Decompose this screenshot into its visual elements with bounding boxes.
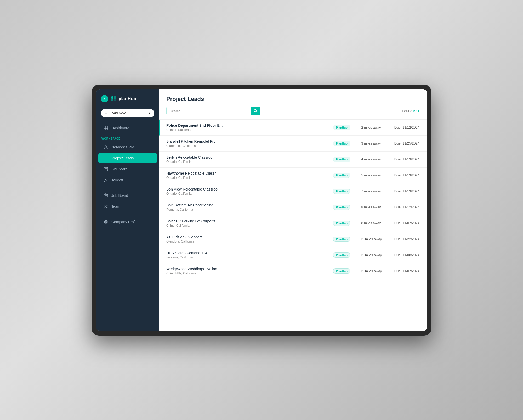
- sidebar: planHub + + Add New ▾ Dashboar: [96, 89, 159, 331]
- nav-divider-2: [101, 214, 154, 214]
- device-screen: planHub + + Add New ▾ Dashboar: [96, 89, 427, 331]
- source-badge: PlanHub: [333, 237, 350, 242]
- project-info: Bon View Relocatable Classroo... Ontario…: [166, 187, 327, 195]
- sidebar-item-project-leads-label: Project Leads: [111, 156, 134, 160]
- add-new-button[interactable]: + + Add New ▾: [101, 109, 154, 117]
- due-date: Due: 11/07/2024: [385, 269, 419, 273]
- found-label: Found: [402, 109, 412, 113]
- back-button[interactable]: [101, 95, 108, 102]
- source-badge: PlanHub: [333, 173, 350, 178]
- distance-text: 4 miles away: [357, 157, 385, 161]
- project-name: Azul Vision - Glendora: [166, 235, 327, 239]
- project-name: UPS Store - Fontana, CA: [166, 251, 327, 255]
- workspace-section-label: WORKSPACE: [96, 134, 159, 142]
- due-date: Due: 11/13/2024: [385, 173, 419, 177]
- dashboard-icon: [104, 126, 108, 130]
- table-row[interactable]: Berlyn Relocatable Classroom ... Ontario…: [159, 152, 427, 168]
- project-location: Claremont, California: [166, 144, 327, 148]
- project-name: Hawthorne Relocatable Classr...: [166, 171, 327, 175]
- distance-text: 11 miles away: [357, 253, 385, 257]
- table-row[interactable]: Wedgewood Weddings - Vellan... Chino Hil…: [159, 263, 427, 279]
- sidebar-header: planHub: [96, 89, 159, 107]
- due-date: Due: 11/12/2024: [385, 205, 419, 209]
- project-info: Split System Air Conditioning ... Pomona…: [166, 203, 327, 211]
- source-badge: PlanHub: [333, 189, 350, 194]
- table-row[interactable]: Solar PV Parking Lot Carports Chino, Cal…: [159, 215, 427, 231]
- sidebar-item-team[interactable]: Team: [98, 201, 157, 212]
- table-row[interactable]: Hawthorne Relocatable Classr... Ontario,…: [159, 168, 427, 183]
- svg-rect-7: [106, 128, 108, 130]
- source-badge: PlanHub: [333, 157, 350, 162]
- source-badge: PlanHub: [333, 252, 350, 258]
- project-name: Solar PV Parking Lot Carports: [166, 219, 327, 223]
- distance-text: 5 miles away: [357, 173, 385, 177]
- project-info: Solar PV Parking Lot Carports Chino, Cal…: [166, 219, 327, 227]
- svg-rect-5: [106, 126, 108, 128]
- project-info: UPS Store - Fontana, CA Fontana, Califor…: [166, 251, 327, 259]
- table-row[interactable]: Blaisdell Kitchen Remodel Proj... Clarem…: [159, 136, 427, 152]
- sidebar-item-dashboard-label: Dashboard: [111, 126, 129, 130]
- svg-rect-9: [104, 157, 108, 157]
- distance-text: 11 miles away: [357, 237, 385, 241]
- project-location: Upland, California: [166, 128, 327, 132]
- project-info: Berlyn Relocatable Classroom ... Ontario…: [166, 155, 327, 164]
- job-board-icon: [104, 193, 108, 198]
- due-date: Due: 11/25/2024: [385, 141, 419, 145]
- project-location: Ontario, California: [166, 176, 327, 180]
- due-date: Due: 11/08/2024: [385, 253, 419, 257]
- svg-point-17: [105, 221, 106, 222]
- sidebar-item-network-crm[interactable]: Network CRM: [98, 142, 157, 152]
- table-row[interactable]: Bon View Relocatable Classroo... Ontario…: [159, 183, 427, 199]
- project-info: Hawthorne Relocatable Classr... Ontario,…: [166, 171, 327, 180]
- sidebar-item-job-board[interactable]: Job Board: [98, 190, 157, 201]
- sidebar-item-company-profile[interactable]: Company Profile: [98, 217, 157, 227]
- table-row[interactable]: Police Department 2nd Floor E... Upland,…: [159, 120, 427, 136]
- due-date: Due: 11/12/2024: [385, 125, 419, 129]
- svg-rect-3: [114, 99, 116, 101]
- search-wrapper: [166, 107, 260, 115]
- project-location: Pomona, California: [166, 208, 327, 211]
- sidebar-item-takeoff-label: Takeoff: [111, 178, 123, 182]
- project-info: Wedgewood Weddings - Vellan... Chino Hil…: [166, 267, 327, 275]
- project-location: Chino, California: [166, 224, 327, 227]
- add-new-label: + Add New: [109, 111, 126, 115]
- distance-text: 2 miles away: [357, 125, 385, 129]
- sidebar-item-team-label: Team: [111, 204, 120, 209]
- main-content: Project Leads Found 581: [159, 89, 427, 331]
- sidebar-item-bid-board[interactable]: Bid Board: [98, 164, 157, 174]
- project-location: Ontario, California: [166, 192, 327, 195]
- project-name: Police Department 2nd Floor E...: [166, 123, 327, 128]
- page-header: Project Leads: [159, 89, 427, 107]
- search-button[interactable]: [251, 107, 260, 115]
- svg-point-8: [105, 146, 107, 147]
- app-logo: planHub: [111, 96, 136, 102]
- source-badge: PlanHub: [333, 125, 350, 130]
- found-count: 581: [413, 109, 419, 113]
- project-name: Berlyn Relocatable Classroom ...: [166, 155, 327, 159]
- project-leads-icon: [104, 156, 108, 160]
- svg-rect-1: [114, 96, 116, 99]
- search-input[interactable]: [166, 107, 260, 115]
- chevron-down-icon: ▾: [149, 112, 150, 114]
- project-location: Chino Hills, California: [166, 272, 327, 275]
- found-count-text: Found 581: [402, 109, 419, 113]
- search-bar-row: Found 581: [159, 107, 427, 120]
- sidebar-item-takeoff[interactable]: Takeoff: [98, 175, 157, 185]
- project-info: Police Department 2nd Floor E... Upland,…: [166, 123, 327, 132]
- table-row[interactable]: Azul Vision - Glendora Glendora, Califor…: [159, 231, 427, 247]
- svg-point-15: [106, 205, 107, 206]
- project-location: Ontario, California: [166, 160, 327, 164]
- table-row[interactable]: Split System Air Conditioning ... Pomona…: [159, 199, 427, 215]
- distance-text: 11 miles away: [357, 269, 385, 273]
- project-name: Wedgewood Weddings - Vellan...: [166, 267, 327, 271]
- sidebar-item-project-leads[interactable]: Project Leads: [98, 153, 157, 163]
- table-row[interactable]: UPS Store - Fontana, CA Fontana, Califor…: [159, 247, 427, 263]
- network-crm-icon: [104, 145, 108, 149]
- device-frame: planHub + + Add New ▾ Dashboar: [92, 85, 431, 336]
- leads-table: Police Department 2nd Floor E... Upland,…: [159, 120, 427, 331]
- takeoff-icon: [104, 178, 108, 182]
- logo-icon: [111, 96, 117, 102]
- sidebar-item-dashboard[interactable]: Dashboard: [98, 123, 157, 133]
- svg-point-14: [105, 205, 106, 206]
- sidebar-item-job-board-label: Job Board: [111, 193, 128, 198]
